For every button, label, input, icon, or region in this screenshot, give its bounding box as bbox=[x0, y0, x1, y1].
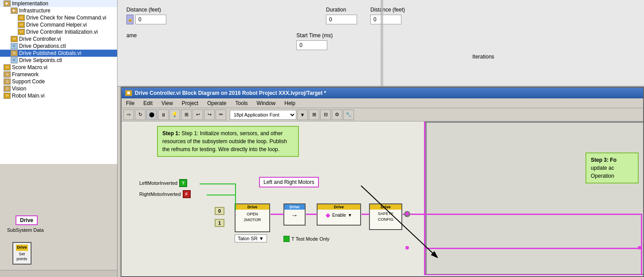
tree-item-9[interactable]: VIScore Macro.vi bbox=[0, 64, 117, 71]
tree-item-11[interactable]: ◎Support Code bbox=[0, 78, 117, 85]
debug-btn[interactable]: 🔧 bbox=[343, 109, 354, 120]
menu-file[interactable]: File bbox=[122, 100, 139, 107]
tree-item-10[interactable]: ◎Framework bbox=[0, 71, 117, 78]
tree-label-4: Drive Controller Initialization.vi bbox=[26, 29, 98, 35]
tree-icon-12: ◎ bbox=[4, 86, 11, 92]
toolbar-grid-btn[interactable]: ⊞ bbox=[181, 109, 192, 120]
block-diagram-titlebar: ▦ Drive Controller.vi Block Diagram on 2… bbox=[122, 88, 643, 98]
block-diagram-window: ▦ Drive Controller.vi Block Diagram on 2… bbox=[121, 87, 644, 277]
step1-note: Step 1: Step 1: Initialize motors, serso… bbox=[157, 126, 299, 157]
tree-icon-11: ◎ bbox=[4, 78, 11, 85]
test-mode-label: T Test Mode Only bbox=[283, 236, 330, 242]
toolbar-light-btn[interactable]: 💡 bbox=[169, 109, 180, 120]
tree-icon-1: ▶ bbox=[11, 8, 18, 14]
subsystem-data-label: SubSystem Data bbox=[7, 227, 114, 233]
menu-window[interactable]: Window bbox=[252, 100, 280, 107]
tree-item-6[interactable]: CDrive Operations.ctl bbox=[0, 43, 117, 50]
drive-arrow-block: Drive → bbox=[283, 203, 306, 226]
distance-input-top[interactable]: 0 bbox=[135, 15, 166, 24]
menu-operate[interactable]: Operate bbox=[203, 100, 231, 107]
toolbar-undo-btn[interactable]: ↩ bbox=[192, 109, 203, 120]
tree-item-12[interactable]: ◎Vision bbox=[0, 85, 117, 92]
tree-label-8: Drive Setpoints.ctl bbox=[19, 57, 62, 63]
tree-item-1[interactable]: ▶Infrastructure bbox=[0, 7, 117, 14]
tree-label-13: Robot Main.vi bbox=[12, 93, 44, 99]
tree-item-3[interactable]: VIDrive Command Helper.vi bbox=[0, 21, 117, 28]
num-const-1: 1 bbox=[215, 219, 224, 227]
num-const-0: 0 bbox=[215, 207, 224, 215]
block-diagram-title: Drive Controller.vi Block Diagram on 201… bbox=[135, 90, 326, 96]
tree-label-9: Score Macro.vi bbox=[12, 64, 47, 70]
scrollbar-horizontal[interactable] bbox=[0, 270, 117, 277]
step1-label: Step 1: bbox=[162, 130, 180, 137]
tree-item-7[interactable]: GDrive Published Globals.vi bbox=[0, 50, 117, 57]
toolbar-pencil-btn[interactable]: ✏ bbox=[216, 109, 226, 120]
toolbar-pause-btn[interactable]: ⏸ bbox=[158, 109, 169, 120]
menu-tools[interactable]: Tools bbox=[231, 100, 252, 107]
toolbar: ⇨ ↻ ⬤ ⏸ 💡 ⊞ ↩ ↪ ✏ 18pt Application Font … bbox=[122, 108, 643, 121]
drive-name-label: Drive bbox=[20, 217, 33, 223]
tree-item-8[interactable]: CDrive Setpoints.ctl bbox=[0, 57, 117, 64]
right-motor-bool: F bbox=[183, 190, 191, 198]
tree-icon-10: ◎ bbox=[4, 71, 11, 78]
duration-label: Duration bbox=[326, 7, 357, 13]
menubar: File Edit View Project Operate Tools Win… bbox=[122, 98, 643, 108]
tree-label-5: Drive Controller.vi bbox=[19, 36, 61, 42]
reorder-btn[interactable]: ⚙ bbox=[332, 109, 342, 120]
tree-item-0[interactable]: ▶Implementation bbox=[0, 0, 117, 7]
drive-enable-body: ◆ Enable ▼ bbox=[324, 210, 354, 220]
start-time-input[interactable]: 0 bbox=[296, 40, 327, 50]
distance-input-right[interactable]: 0 bbox=[370, 15, 401, 24]
callout-text: Left and Right Motors bbox=[263, 179, 314, 185]
drive-safety-top-label: Drive bbox=[370, 204, 401, 210]
duration-input[interactable]: 0 bbox=[326, 15, 357, 24]
talon-sr-block[interactable]: Talon SR ▼ bbox=[235, 234, 267, 242]
font-size-down[interactable]: ▼ bbox=[297, 109, 308, 120]
tree-item-4[interactable]: VIDrive Controller Initialization.vi bbox=[0, 28, 117, 35]
toolbar-back-btn[interactable]: ⇨ bbox=[123, 109, 134, 120]
menu-edit[interactable]: Edit bbox=[139, 100, 157, 107]
tree-icon-9: VI bbox=[4, 64, 11, 70]
tree-label-1: Infrastructure bbox=[19, 8, 51, 14]
drive-name-box: Drive bbox=[16, 215, 38, 225]
iterations-label: Iterations bbox=[472, 54, 494, 60]
toolbar-stop-btn[interactable]: ⬤ bbox=[146, 109, 157, 120]
drive-arrow-body: → bbox=[291, 211, 298, 219]
menu-project[interactable]: Project bbox=[177, 100, 203, 107]
tree-label-10: Framework bbox=[12, 71, 39, 78]
distance-label-top: Distance (feet) bbox=[126, 7, 166, 13]
left-canvas-area: Drive SubSystem Data Drive Set points bbox=[0, 164, 118, 277]
toolbar-refresh-btn[interactable]: ↻ bbox=[135, 109, 145, 120]
tree-label-0: Implementation bbox=[12, 0, 48, 7]
drive-open-body: OPEN 2MOTOR bbox=[236, 210, 269, 224]
start-time-label: Start Time (ms) bbox=[296, 32, 333, 39]
tree-item-13[interactable]: VIRobot Main.vi bbox=[0, 92, 117, 99]
setpoints-box: Drive Set points bbox=[12, 242, 31, 265]
dist-btn[interactable]: ⊟ bbox=[320, 109, 331, 120]
tree-icon-4: VI bbox=[18, 29, 25, 35]
tree-item-5[interactable]: VIDrive Controller.vi bbox=[0, 35, 117, 43]
test-mode-box bbox=[283, 236, 290, 242]
bd-title-icon: ▦ bbox=[125, 90, 132, 96]
align-btn[interactable]: ⊞ bbox=[309, 109, 319, 120]
num-1-value: 1 bbox=[218, 220, 221, 226]
toolbar-redo-btn[interactable]: ↪ bbox=[204, 109, 215, 120]
left-motor-label: LeftMotorInverted bbox=[139, 180, 177, 186]
front-panel-snippet: Distance (feet) 🔒 0 Duration 0 Distance … bbox=[118, 0, 644, 87]
tree-icon-8: C bbox=[11, 57, 18, 63]
tree-label-2: Drive Check for New Command.vi bbox=[26, 15, 106, 21]
tree-icon-0: ▶ bbox=[4, 0, 11, 7]
step3-note: Step 3: Fo update ac Operation bbox=[585, 152, 639, 183]
tree-item-2[interactable]: VIDrive Check for New Command.vi bbox=[0, 14, 117, 21]
tree-icon-2: VI bbox=[18, 15, 25, 21]
tree-icon-5: VI bbox=[11, 36, 18, 42]
right-motor-inverted: RightMotorInverted F bbox=[139, 190, 191, 198]
tree-label-6: Drive Operations.ctl bbox=[19, 43, 66, 49]
font-selector[interactable]: 18pt Application Font bbox=[230, 110, 296, 120]
num-0-value: 0 bbox=[218, 208, 221, 214]
talon-sr-label: Talon SR ▼ bbox=[238, 236, 264, 241]
name-label: ame bbox=[126, 32, 137, 39]
menu-help[interactable]: Help bbox=[280, 100, 300, 107]
tree-icon-7: G bbox=[11, 50, 18, 56]
menu-view[interactable]: View bbox=[157, 100, 177, 107]
